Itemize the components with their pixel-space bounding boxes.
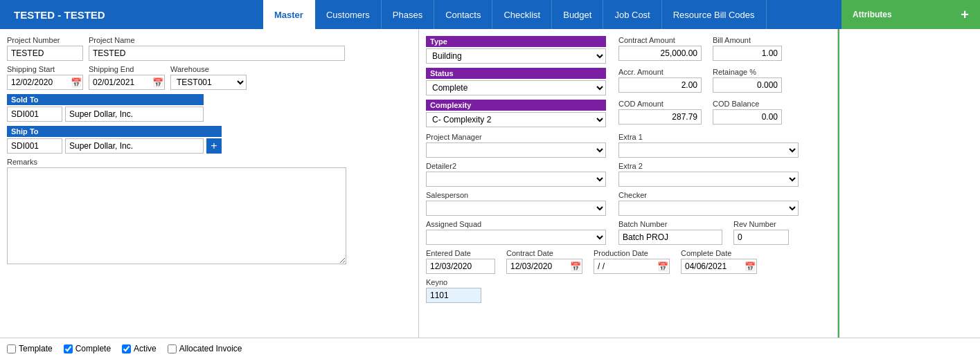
- retainage-input[interactable]: [713, 77, 782, 93]
- contract-date-calendar-icon[interactable]: 📅: [570, 261, 581, 272]
- detailer2-label: Detailer2: [426, 162, 606, 170]
- ship-to-add-button[interactable]: +: [206, 138, 222, 154]
- ship-to-name-input[interactable]: [65, 138, 204, 154]
- nav-tabs: Master Customers Phases Contacts Checkli…: [263, 0, 841, 29]
- detailer2-select[interactable]: [426, 172, 606, 187]
- complexity-select[interactable]: C- Complexity 2: [426, 112, 606, 127]
- type-select[interactable]: Building: [426, 48, 606, 64]
- allocated-invoice-checkbox-label: Allocated Invoice: [179, 344, 242, 353]
- attributes-panel: Attributes +: [841, 0, 980, 29]
- tab-contacts[interactable]: Contacts: [434, 0, 492, 29]
- assigned-squad-label: Assigned Squad: [426, 220, 606, 228]
- contract-date-label: Contract Date: [506, 249, 582, 257]
- extra1-label: Extra 1: [618, 133, 799, 141]
- tab-customers[interactable]: Customers: [315, 0, 382, 29]
- ship-to-badge: Ship To: [7, 126, 222, 137]
- project-number-input[interactable]: [7, 46, 83, 61]
- checker-select[interactable]: [618, 201, 799, 216]
- sold-to-name-input[interactable]: [65, 107, 204, 122]
- complexity-badge: Complexity: [426, 100, 606, 111]
- app-title: TESTED - TESTED: [0, 0, 263, 29]
- status-select[interactable]: Complete: [426, 80, 606, 95]
- cod-balance-input[interactable]: [713, 109, 782, 125]
- extra2-label: Extra 2: [618, 162, 799, 170]
- accr-amount-input[interactable]: [618, 77, 702, 93]
- tab-budget[interactable]: Budget: [552, 0, 603, 29]
- warehouse-select[interactable]: TEST001: [170, 75, 247, 90]
- salesperson-select[interactable]: [426, 201, 606, 216]
- cod-amount-label: COD Amount: [618, 100, 702, 108]
- active-checkbox[interactable]: [122, 344, 131, 353]
- sold-to-badge: Sold To: [7, 94, 204, 105]
- sold-to-id-input[interactable]: [7, 107, 62, 122]
- status-badge: Status: [426, 68, 606, 79]
- warehouse-label: Warehouse: [170, 65, 247, 73]
- rev-number-input[interactable]: [733, 230, 789, 245]
- project-name-label: Project Name: [89, 36, 411, 44]
- keyno-label: Keyno: [426, 278, 481, 286]
- project-name-input[interactable]: [89, 46, 345, 61]
- entered-date-input[interactable]: [426, 259, 495, 274]
- complete-date-calendar-icon[interactable]: 📅: [745, 261, 756, 272]
- batch-number-input[interactable]: [618, 230, 722, 245]
- entered-date-label: Entered Date: [426, 249, 495, 257]
- bill-amount-input[interactable]: [713, 46, 782, 61]
- contract-amount-label: Contract Amount: [618, 36, 702, 44]
- shipping-end-label: Shipping End: [89, 65, 165, 73]
- bill-amount-label: Bill Amount: [713, 36, 782, 44]
- attributes-label: Attributes: [853, 10, 892, 19]
- template-checkbox-label: Template: [19, 344, 53, 353]
- tab-phases[interactable]: Phases: [382, 0, 434, 29]
- tab-master[interactable]: Master: [263, 0, 315, 29]
- attributes-content-panel: [838, 29, 980, 338]
- tab-resource-bill-codes[interactable]: Resource Bill Codes: [662, 0, 767, 29]
- production-date-calendar-icon[interactable]: 📅: [657, 261, 668, 272]
- ship-to-id-input[interactable]: [7, 138, 62, 154]
- checker-label: Checker: [618, 191, 799, 199]
- remarks-textarea[interactable]: [7, 167, 346, 264]
- template-checkbox[interactable]: [7, 344, 16, 353]
- assigned-squad-select[interactable]: [426, 230, 606, 245]
- contract-amount-input[interactable]: [618, 46, 702, 61]
- project-manager-label: Project Manager: [426, 133, 606, 141]
- keyno-input[interactable]: [426, 288, 481, 303]
- accr-amount-label: Accr. Amount: [618, 68, 702, 76]
- attributes-add-button[interactable]: +: [961, 7, 969, 23]
- cod-amount-input[interactable]: [618, 109, 702, 125]
- complete-date-label: Complete Date: [681, 249, 757, 257]
- extra2-select[interactable]: [618, 172, 799, 187]
- allocated-invoice-checkbox[interactable]: [168, 344, 177, 353]
- complete-checkbox-label: Complete: [75, 344, 111, 353]
- retainage-label: Retainage %: [713, 68, 782, 76]
- rev-number-label: Rev Number: [733, 220, 789, 228]
- shipping-start-label: Shipping Start: [7, 65, 83, 73]
- shipping-end-calendar-icon[interactable]: 📅: [152, 77, 163, 88]
- type-badge: Type: [426, 36, 606, 47]
- cod-balance-label: COD Balance: [713, 100, 782, 108]
- shipping-start-calendar-icon[interactable]: 📅: [71, 77, 82, 88]
- project-manager-select[interactable]: [426, 142, 606, 158]
- active-checkbox-label: Active: [134, 344, 157, 353]
- complete-checkbox[interactable]: [64, 344, 73, 353]
- remarks-label: Remarks: [7, 158, 411, 166]
- extra1-select[interactable]: [618, 142, 799, 158]
- salesperson-label: Salesperson: [426, 191, 606, 199]
- project-number-label: Project Number: [7, 36, 83, 44]
- tab-job-cost[interactable]: Job Cost: [603, 0, 661, 29]
- production-date-label: Production Date: [594, 249, 670, 257]
- tab-checklist[interactable]: Checklist: [492, 0, 552, 29]
- batch-number-label: Batch Number: [618, 220, 722, 228]
